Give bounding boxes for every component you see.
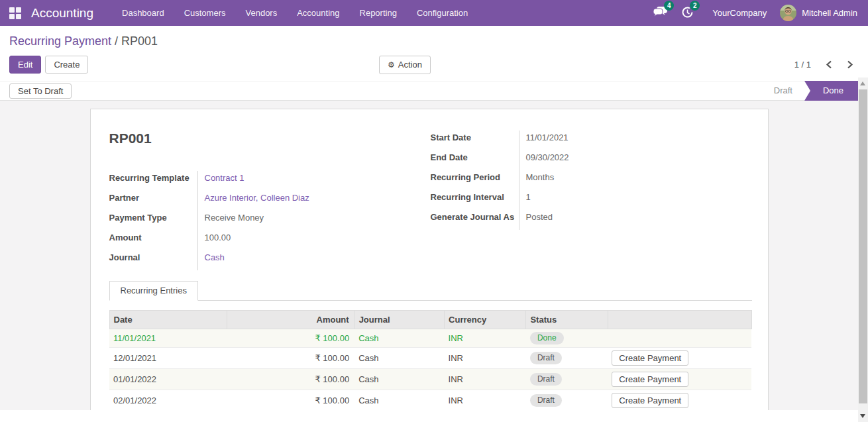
pager: 1 / 1 <box>794 60 853 70</box>
create-payment-button[interactable]: Create Payment <box>612 393 688 408</box>
menu-vendors[interactable]: Vendors <box>235 0 287 26</box>
field-label: Amount <box>109 231 197 250</box>
control-panel-buttons: Edit Create ⚙Action 1 / 1 <box>0 52 868 81</box>
user-menu[interactable]: Mitchell Admin <box>780 5 857 21</box>
end-date-value: 09/30/2022 <box>519 150 752 170</box>
form-sheet: RP001 Recurring Template Contract 1 Part… <box>90 109 769 410</box>
field-label: Recurring Period <box>431 170 519 190</box>
cell-journal: Cash <box>354 369 444 390</box>
scrollbar-down-arrow-icon[interactable] <box>860 414 865 418</box>
breadcrumb-current: RP001 <box>121 34 158 48</box>
activities-badge: 2 <box>690 1 700 11</box>
recurring-interval-value: 1 <box>519 190 752 210</box>
cell-date: 11/01/2021 <box>109 329 227 348</box>
column-header-journal[interactable]: Journal <box>354 311 444 329</box>
field-amount: Amount 100.00 <box>109 231 402 250</box>
journal-link[interactable]: Cash <box>205 252 225 262</box>
scrollbar-thumb[interactable] <box>859 89 867 403</box>
recurring-template-link[interactable]: Contract 1 <box>205 173 244 183</box>
cell-journal: Cash <box>354 390 444 411</box>
payment-type-value: Receive Money <box>197 211 402 231</box>
app-title[interactable]: Accounting <box>31 6 93 21</box>
cell-journal: Cash <box>354 329 444 348</box>
cell-actions: Create Payment <box>608 390 751 411</box>
field-generate-journal-as: Generate Journal As Posted <box>431 210 752 230</box>
table-row[interactable]: 02/01/2022 ₹ 100.00 Cash INR Draft Creat… <box>109 390 751 411</box>
status-badge: Draft <box>530 373 562 386</box>
field-label: End Date <box>431 150 519 170</box>
partner-link[interactable]: Azure Interior, Colleen Diaz <box>205 193 309 203</box>
column-header-amount[interactable]: Amount <box>227 311 355 329</box>
scrollbar-up-arrow-icon[interactable] <box>860 81 865 85</box>
status-badge: Draft <box>530 394 562 407</box>
user-name: Mitchell Admin <box>802 8 857 18</box>
gear-icon: ⚙ <box>388 60 395 70</box>
field-label: Recurring Interval <box>431 190 519 210</box>
breadcrumb: Recurring Payment / RP001 <box>0 26 868 52</box>
navbar-left: Accounting Dashboard Customers Vendors A… <box>9 0 478 26</box>
menu-reporting[interactable]: Reporting <box>350 0 407 26</box>
field-label: Partner <box>109 191 197 211</box>
table-row[interactable]: 12/01/2021 ₹ 100.00 Cash INR Draft Creat… <box>109 348 751 369</box>
notebook-tabs: Recurring Entries <box>109 281 752 301</box>
state-done[interactable]: Done <box>804 81 858 101</box>
cell-status: Done <box>526 329 608 348</box>
menu-accounting[interactable]: Accounting <box>287 0 349 26</box>
cell-currency: INR <box>445 348 526 369</box>
cell-actions <box>608 329 751 348</box>
column-header-status[interactable]: Status <box>526 311 608 329</box>
state-done-label: Done <box>823 85 843 95</box>
cell-date: 01/01/2022 <box>109 369 227 390</box>
action-button[interactable]: ⚙Action <box>379 56 431 74</box>
field-journal: Journal Cash <box>109 250 402 270</box>
status-badge: Done <box>530 332 564 344</box>
pager-previous-button[interactable] <box>826 60 832 69</box>
activities-button[interactable]: 2 <box>681 6 694 21</box>
recurring-entries-table: Date Amount Journal Currency Status 11/0… <box>109 310 752 410</box>
cell-amount: ₹ 100.00 <box>227 348 355 369</box>
create-payment-button[interactable]: Create Payment <box>612 372 688 387</box>
column-header-currency[interactable]: Currency <box>445 311 526 329</box>
cell-amount: ₹ 100.00 <box>227 390 355 411</box>
field-start-date: Start Date 11/01/2021 <box>431 131 752 150</box>
apps-menu-icon[interactable] <box>9 7 21 19</box>
menu-customers[interactable]: Customers <box>174 0 236 26</box>
cell-currency: INR <box>445 329 526 348</box>
cell-actions: Create Payment <box>608 348 751 369</box>
column-header-date[interactable]: Date <box>109 311 227 329</box>
cell-status: Draft <box>526 390 608 411</box>
field-grid: RP001 Recurring Template Contract 1 Part… <box>109 131 752 270</box>
pager-next-button[interactable] <box>847 60 853 69</box>
cell-currency: INR <box>445 369 526 390</box>
breadcrumb-separator: / <box>111 34 121 48</box>
start-date-value: 11/01/2021 <box>519 131 752 150</box>
recurring-period-value: Months <box>519 170 752 190</box>
table-row[interactable]: 11/01/2021 ₹ 100.00 Cash INR Done <box>109 329 751 348</box>
record-title: RP001 <box>109 131 402 146</box>
cell-journal: Cash <box>354 348 444 369</box>
main-menu: Dashboard Customers Vendors Accounting R… <box>112 0 478 26</box>
menu-dashboard[interactable]: Dashboard <box>112 0 174 26</box>
column-header-actions <box>608 311 751 329</box>
table-row[interactable]: 01/01/2022 ₹ 100.00 Cash INR Draft Creat… <box>109 369 751 390</box>
menu-configuration[interactable]: Configuration <box>407 0 478 26</box>
vertical-scrollbar[interactable] <box>858 78 868 422</box>
statusbar-states: Draft Done <box>762 81 858 101</box>
form-view-background: RP001 Recurring Template Contract 1 Part… <box>0 101 858 410</box>
field-label: Journal <box>109 250 197 270</box>
field-label: Start Date <box>431 131 519 150</box>
create-button[interactable]: Create <box>45 56 88 74</box>
tab-recurring-entries[interactable]: Recurring Entries <box>109 281 198 301</box>
edit-button[interactable]: Edit <box>9 56 41 74</box>
company-switcher[interactable]: YourCompany <box>712 8 767 18</box>
amount-value: 100.00 <box>197 231 402 250</box>
set-to-draft-button[interactable]: Set To Draft <box>9 83 72 99</box>
breadcrumb-parent[interactable]: Recurring Payment <box>9 34 111 48</box>
pager-count[interactable]: 1 / 1 <box>794 60 811 70</box>
create-payment-button[interactable]: Create Payment <box>612 350 688 366</box>
state-draft[interactable]: Draft <box>762 81 804 101</box>
generate-journal-as-value: Posted <box>519 210 752 230</box>
messages-button[interactable]: 4 <box>653 6 668 20</box>
field-partner: Partner Azure Interior, Colleen Diaz <box>109 191 402 211</box>
control-panel: Recurring Payment / RP001 Edit Create ⚙A… <box>0 26 868 81</box>
